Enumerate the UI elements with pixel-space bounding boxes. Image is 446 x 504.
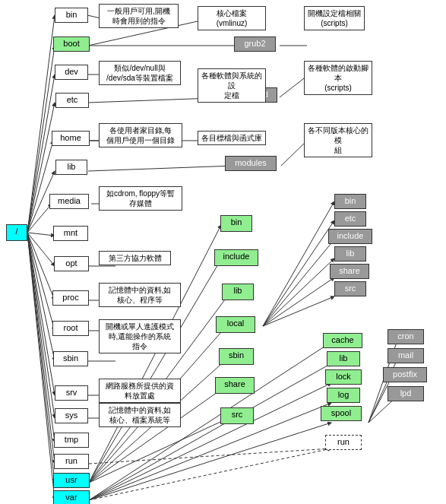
svg-line-3 — [27, 103, 55, 233]
media-desc-label: 如cdrom, floppy等暫存媒體 — [99, 186, 182, 211]
srv-node: srv — [55, 385, 88, 401]
home-desc-label: 各使用者家目錄,每個用戶使用一個目錄 — [99, 123, 182, 147]
svg-line-43 — [263, 258, 334, 326]
sys-desc-label: 記憶體中的資料,如核心、檔案系統等 — [99, 403, 181, 427]
kernel-label: 核心檔案(vmlinuz) — [198, 6, 266, 30]
var-lock-node: lock — [325, 369, 362, 385]
sys-node: sys — [55, 408, 88, 423]
spool-cron-node: cron — [387, 329, 424, 344]
home-node: home — [52, 131, 90, 146]
usr-local-node: local — [216, 316, 255, 333]
local-bin-node: bin — [334, 194, 366, 209]
root-dir-node: root — [52, 321, 89, 336]
sbin-node: sbin — [53, 351, 88, 366]
opt-node: opt — [54, 256, 89, 271]
svg-line-52 — [89, 449, 331, 464]
run-node: run — [54, 454, 89, 469]
filesystem-diagram: / bin boot dev etc home lib media mnt op… — [0, 0, 446, 504]
svg-line-10 — [27, 233, 55, 331]
sbin-desc-label: 開機或單人進護模式時,還能操作的系統指令 — [99, 319, 181, 353]
etc-node: etc — [55, 93, 89, 108]
usr-share-node: share — [215, 377, 255, 394]
svg-line-50 — [89, 423, 331, 500]
usr-node: usr — [53, 473, 90, 488]
bin-desc-label: 一般用戶可用,開機時會用到的指令 — [99, 4, 179, 28]
svg-line-42 — [263, 239, 334, 326]
usr-sbin-node: sbin — [219, 348, 254, 365]
svg-line-16 — [27, 233, 55, 483]
proc-node: proc — [52, 290, 89, 306]
svg-line-45 — [263, 296, 334, 326]
boot-node: boot — [53, 36, 90, 52]
proc-desc-label: 記憶體中的資料,如核心、程序等 — [99, 283, 181, 307]
svg-line-41 — [263, 220, 334, 326]
bin-node: bin — [55, 8, 88, 23]
svg-line-15 — [27, 233, 55, 464]
opt-desc-label: 第三方協力軟體 — [99, 251, 171, 265]
var-run-node: run — [325, 435, 362, 450]
svg-line-12 — [27, 233, 55, 395]
local-src-node: src — [334, 281, 366, 296]
var-log-node: log — [327, 388, 360, 403]
lib-node: lib — [55, 160, 87, 175]
grub2-node: grub2 — [234, 36, 276, 52]
usr-lib-node: lib — [222, 284, 254, 300]
etc-desc2-label: 各種軟體的啟動腳本(scripts) — [304, 61, 372, 95]
local-share-node: share — [330, 264, 369, 279]
svg-line-44 — [263, 277, 334, 326]
svg-line-7 — [27, 233, 55, 236]
home-lib-label: 各目標檔與函式庫 — [198, 131, 266, 145]
usr-include-node: include — [214, 249, 258, 266]
modules-node: modules — [225, 156, 277, 171]
svg-line-40 — [263, 201, 334, 326]
scripts-label: 開機設定檔相關(scripts) — [304, 6, 365, 30]
svg-line-8 — [27, 233, 55, 266]
local-etc-node: etc — [334, 211, 366, 227]
svg-line-58 — [280, 76, 307, 97]
svg-line-11 — [27, 233, 55, 361]
var-spool-node: spool — [321, 406, 362, 421]
var-lib-node: lib — [327, 351, 360, 366]
svg-line-13 — [27, 233, 55, 418]
var-node: var — [53, 490, 90, 504]
spool-postfix-node: postfix — [383, 367, 427, 382]
svg-line-6 — [27, 204, 52, 233]
svg-line-51 — [89, 449, 331, 500]
media-node: media — [49, 194, 89, 209]
svg-line-59 — [281, 141, 307, 166]
local-lib-node: lib — [334, 246, 366, 262]
var-cache-node: cache — [323, 333, 362, 348]
svg-line-9 — [27, 233, 55, 300]
dev-desc-label: 類似/dev/null與/dev/sda等裝置檔案 — [99, 61, 181, 85]
spool-lpd-node: lpd — [387, 386, 424, 401]
svg-line-14 — [27, 233, 55, 442]
spool-mail-node: mail — [387, 348, 424, 363]
local-include-node: include — [328, 229, 372, 244]
svg-line-25 — [88, 166, 234, 171]
svg-line-4 — [27, 141, 53, 233]
usr-src-node: src — [220, 407, 254, 424]
mnt-node: mnt — [53, 226, 88, 241]
dev-node: dev — [55, 65, 88, 80]
root-node: / — [6, 224, 27, 241]
tmp-node: tmp — [54, 433, 89, 448]
modules-label: 各不同版本核心的模組 — [304, 123, 372, 157]
svg-line-17 — [27, 233, 55, 500]
etc-desc1-label: 各種軟體與系統的設定檔 — [198, 68, 266, 103]
usr-bin-node: bin — [220, 215, 252, 232]
srv-desc-label: 網路服務所提供的資料放置處 — [99, 379, 181, 403]
